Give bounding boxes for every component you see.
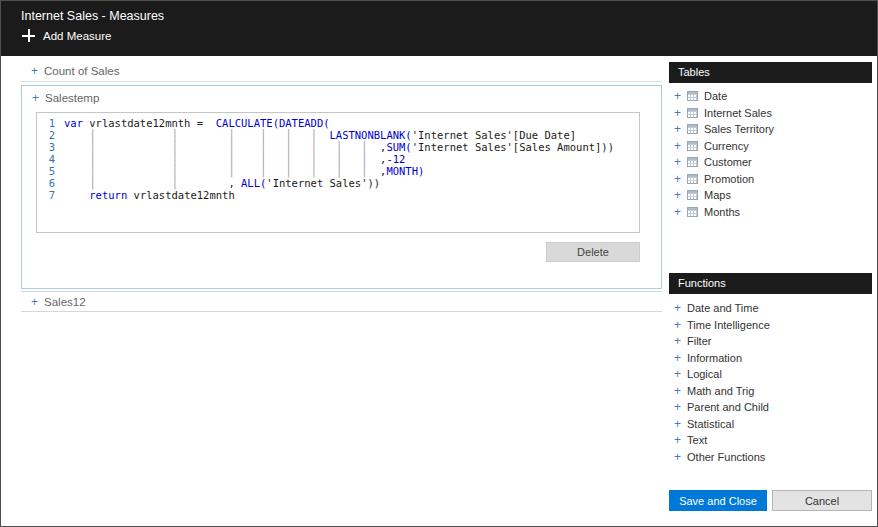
tables-list: +Date+Internet Sales+Sales Territory+Cur… xyxy=(669,88,872,220)
expand-plus-icon[interactable]: + xyxy=(674,139,681,153)
expand-plus-icon[interactable]: + xyxy=(674,155,681,169)
code-text: return vrlastdate12mnth xyxy=(64,189,235,201)
code-segment: vrlastdate12mnth = xyxy=(83,117,216,129)
function-item-other-functions[interactable]: +Other Functions xyxy=(669,449,872,466)
delete-button[interactable]: Delete xyxy=(546,242,640,262)
expand-plus-icon[interactable]: + xyxy=(674,301,681,315)
dax-code-editor[interactable]: 1var vrlastdate12mnth = CALCULATE(DATEAD… xyxy=(36,112,640,233)
expand-plus-icon[interactable]: + xyxy=(674,334,681,348)
indent-guides: │ │ │ │ │ │ xyxy=(64,129,330,141)
expand-plus-icon[interactable]: + xyxy=(674,172,681,186)
expand-plus-icon[interactable]: + xyxy=(31,64,38,78)
expand-plus-icon[interactable]: + xyxy=(674,318,681,332)
table-item-promotion[interactable]: +Promotion xyxy=(669,171,872,188)
code-segment: MONTH) xyxy=(386,165,424,177)
function-item-parent-and-child[interactable]: +Parent and Child xyxy=(669,399,872,416)
expand-plus-icon[interactable]: + xyxy=(674,417,681,431)
table-grid-icon xyxy=(687,91,698,101)
expand-plus-icon[interactable]: + xyxy=(674,351,681,365)
expand-plus-icon[interactable]: + xyxy=(674,433,681,447)
expand-plus-icon[interactable]: + xyxy=(674,367,681,381)
expand-plus-icon[interactable]: + xyxy=(674,400,681,414)
code-segment: var xyxy=(64,117,83,129)
table-item-currency[interactable]: +Currency xyxy=(669,138,872,155)
indent-guides: │ │ │ │ │ │ │ │ xyxy=(64,165,380,177)
measure-label: Salestemp xyxy=(45,92,99,104)
dialog-titlebar: Internet Sales - Measures Add Measure xyxy=(1,1,877,56)
item-label: Months xyxy=(704,206,740,218)
item-label: Information xyxy=(687,352,742,364)
measure-row-count-of-sales[interactable]: + Count of Sales xyxy=(21,61,662,82)
dialog-title: Internet Sales - Measures xyxy=(21,9,164,23)
code-segment: SUM( xyxy=(386,141,411,153)
table-item-date[interactable]: +Date xyxy=(669,88,872,105)
table-item-maps[interactable]: +Maps xyxy=(669,187,872,204)
function-item-math-and-trig[interactable]: +Math and Trig xyxy=(669,383,872,400)
code-segment: 'Internet Sales'[Due Date] xyxy=(412,129,576,141)
function-item-information[interactable]: +Information xyxy=(669,350,872,367)
item-label: Parent and Child xyxy=(687,401,769,413)
line-number: 7 xyxy=(37,189,55,201)
code-line[interactable]: 5 │ │ │ │ │ │ │ │ ,MONTH) xyxy=(37,165,639,177)
table-grid-icon xyxy=(687,190,698,200)
function-item-logical[interactable]: +Logical xyxy=(669,366,872,383)
code-line[interactable]: 3 │ │ │ │ │ │ │ │ ,SUM('Internet Sales'[… xyxy=(37,141,639,153)
cancel-button[interactable]: Cancel xyxy=(772,490,872,511)
item-label: Maps xyxy=(704,189,731,201)
table-item-months[interactable]: +Months xyxy=(669,204,872,221)
functions-list: +Date and Time+Time Intelligence+Filter+… xyxy=(669,300,872,465)
item-label: Currency xyxy=(704,140,749,152)
code-line[interactable]: 2 │ │ │ │ │ │ LASTNONBLANK('Internet Sal… xyxy=(37,129,639,141)
add-plus-icon xyxy=(22,29,35,42)
expand-plus-icon[interactable]: + xyxy=(32,91,39,105)
item-label: Internet Sales xyxy=(704,107,772,119)
function-item-statistical[interactable]: +Statistical xyxy=(669,416,872,433)
code-segment: LASTNONBLANK( xyxy=(330,129,412,141)
expand-plus-icon[interactable]: + xyxy=(674,89,681,103)
item-label: Time Intelligence xyxy=(687,319,770,331)
code-segment: , xyxy=(228,177,241,189)
function-item-text[interactable]: +Text xyxy=(669,432,872,449)
code-text: var vrlastdate12mnth = CALCULATE(DATEADD… xyxy=(64,117,330,129)
code-text: │ │ │ │ │ │ LASTNONBLANK('Internet Sales… xyxy=(64,129,576,141)
function-item-date-and-time[interactable]: +Date and Time xyxy=(669,300,872,317)
add-measure-button[interactable]: Add Measure xyxy=(22,29,111,42)
table-grid-icon xyxy=(687,141,698,151)
expand-plus-icon[interactable]: + xyxy=(674,450,681,464)
expand-plus-icon[interactable]: + xyxy=(674,384,681,398)
indent-guides xyxy=(64,189,89,201)
line-number: 6 xyxy=(37,177,55,189)
table-item-customer[interactable]: +Customer xyxy=(669,154,872,171)
expand-plus-icon[interactable]: + xyxy=(674,106,681,120)
code-line[interactable]: 1var vrlastdate12mnth = CALCULATE(DATEAD… xyxy=(37,117,639,129)
line-number: 5 xyxy=(37,165,55,177)
expand-plus-icon[interactable]: + xyxy=(674,122,681,136)
item-label: Statistical xyxy=(687,418,734,430)
code-segment: vrlastdate12mnth xyxy=(127,189,234,201)
expand-plus-icon[interactable]: + xyxy=(674,205,681,219)
code-segment: -12 xyxy=(386,153,405,165)
table-grid-icon xyxy=(687,207,698,217)
table-item-sales-territory[interactable]: +Sales Territory xyxy=(669,121,872,138)
code-line[interactable]: 7 return vrlastdate12mnth xyxy=(37,189,639,201)
code-line[interactable]: 6 │ │ , ALL('Internet Sales')) xyxy=(37,177,639,189)
expand-plus-icon[interactable]: + xyxy=(31,295,38,309)
line-number: 1 xyxy=(37,117,55,129)
code-segment: 'Internet Sales'[Sales Amount])) xyxy=(412,141,614,153)
measure-row-salestemp[interactable]: + Salestemp xyxy=(32,91,99,105)
code-line[interactable]: 4 │ │ │ │ │ │ │ │ ,-12 xyxy=(37,153,639,165)
measure-row-sales12[interactable]: + Sales12 xyxy=(21,291,662,312)
expand-plus-icon[interactable]: + xyxy=(674,188,681,202)
functions-panel-header: Functions xyxy=(669,273,872,294)
code-segment: ALL( xyxy=(241,177,266,189)
code-text: │ │ │ │ │ │ │ │ ,-12 xyxy=(64,153,405,165)
line-number: 2 xyxy=(37,129,55,141)
table-item-internet-sales[interactable]: +Internet Sales xyxy=(669,105,872,122)
indent-guides: │ │ │ │ │ │ │ │ xyxy=(64,153,380,165)
save-and-close-button[interactable]: Save and Close xyxy=(669,490,767,511)
function-item-time-intelligence[interactable]: +Time Intelligence xyxy=(669,317,872,334)
indent-guides: │ │ xyxy=(64,177,228,189)
measure-label: Sales12 xyxy=(44,296,86,308)
measure-panel-salestemp: + Salestemp 1var vrlastdate12mnth = CALC… xyxy=(21,85,662,289)
function-item-filter[interactable]: +Filter xyxy=(669,333,872,350)
